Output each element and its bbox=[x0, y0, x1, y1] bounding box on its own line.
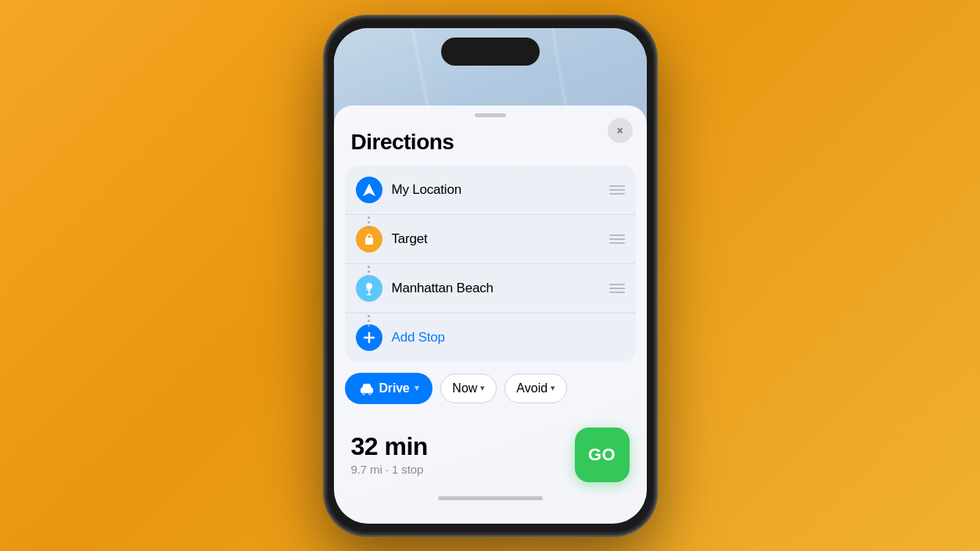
connector-dots-2 bbox=[368, 266, 370, 277]
beach-icon-wrap bbox=[356, 275, 382, 302]
stop-item-target[interactable]: Target bbox=[345, 215, 636, 264]
dynamic-island bbox=[441, 38, 540, 66]
connector-dots-3 bbox=[368, 315, 370, 327]
car-icon bbox=[359, 381, 375, 396]
avoid-label: Avoid bbox=[516, 381, 547, 395]
svg-point-1 bbox=[366, 283, 372, 289]
transport-row: Drive ▾ Now ▾ Avoid ▾ bbox=[334, 362, 647, 415]
route-time: 32 min bbox=[351, 433, 428, 460]
stop-item-my-location[interactable]: My Location bbox=[345, 166, 636, 215]
phone-frame: Directions × My Location bbox=[326, 18, 655, 534]
now-label: Now bbox=[452, 381, 477, 395]
bag-icon bbox=[361, 231, 377, 247]
svg-rect-0 bbox=[365, 238, 373, 245]
drag-line bbox=[609, 238, 625, 240]
svg-rect-4 bbox=[361, 388, 373, 393]
dot bbox=[368, 275, 370, 277]
add-stop-icon-wrap bbox=[356, 324, 382, 351]
drag-line bbox=[609, 234, 625, 236]
drag-line bbox=[609, 292, 625, 293]
target-icon-wrap bbox=[356, 226, 382, 252]
drive-chevron: ▾ bbox=[415, 383, 419, 393]
location-arrow-icon bbox=[361, 182, 377, 198]
connector-dots-1 bbox=[368, 216, 370, 228]
stop-item-manhattan-beach[interactable]: Manhattan Beach bbox=[345, 264, 636, 313]
beach-icon bbox=[361, 281, 377, 296]
drag-line bbox=[609, 189, 625, 191]
plus-icon bbox=[361, 330, 377, 345]
now-button[interactable]: Now ▾ bbox=[440, 374, 497, 403]
close-button[interactable]: × bbox=[608, 118, 633, 143]
drive-button[interactable]: Drive ▾ bbox=[345, 373, 433, 404]
now-chevron: ▾ bbox=[480, 383, 485, 393]
dot bbox=[368, 266, 370, 268]
go-button[interactable]: GO bbox=[575, 428, 630, 482]
drag-line bbox=[609, 284, 625, 285]
route-detail: 9.7 mi · 1 stop bbox=[351, 463, 428, 476]
stop-name-my-location: My Location bbox=[392, 182, 603, 198]
avoid-button[interactable]: Avoid ▾ bbox=[504, 374, 567, 403]
dot bbox=[368, 320, 370, 322]
dot bbox=[368, 315, 370, 317]
avoid-chevron: ▾ bbox=[551, 383, 555, 393]
dot bbox=[368, 324, 370, 327]
route-info-row: 32 min 9.7 mi · 1 stop GO bbox=[334, 415, 647, 490]
dot bbox=[368, 226, 370, 228]
my-location-icon-wrap bbox=[356, 177, 382, 203]
drive-label: Drive bbox=[379, 381, 410, 395]
drag-handle-my-location[interactable] bbox=[609, 185, 625, 195]
drag-line bbox=[609, 185, 625, 187]
home-indicator bbox=[438, 496, 543, 500]
sheet-title: Directions bbox=[334, 117, 647, 166]
drag-handle-manhattan-beach[interactable] bbox=[609, 284, 625, 293]
dot bbox=[368, 221, 370, 224]
directions-sheet: Directions × My Location bbox=[334, 106, 647, 524]
route-info-text: 32 min 9.7 mi · 1 stop bbox=[351, 433, 428, 475]
drag-handle-target[interactable] bbox=[609, 234, 625, 244]
dot bbox=[368, 270, 370, 273]
stop-name-target: Target bbox=[392, 231, 603, 247]
svg-point-5 bbox=[362, 392, 364, 395]
svg-point-6 bbox=[368, 392, 371, 395]
drag-line bbox=[609, 193, 625, 195]
dot bbox=[368, 216, 370, 219]
drag-line bbox=[609, 288, 625, 289]
stop-name-manhattan-beach: Manhattan Beach bbox=[392, 281, 603, 296]
stop-item-add-stop[interactable]: Add Stop bbox=[345, 313, 636, 362]
stop-name-add-stop: Add Stop bbox=[392, 330, 625, 345]
phone-screen: Directions × My Location bbox=[334, 28, 647, 524]
drag-line bbox=[609, 242, 625, 244]
stops-list: My Location bbox=[345, 166, 636, 362]
